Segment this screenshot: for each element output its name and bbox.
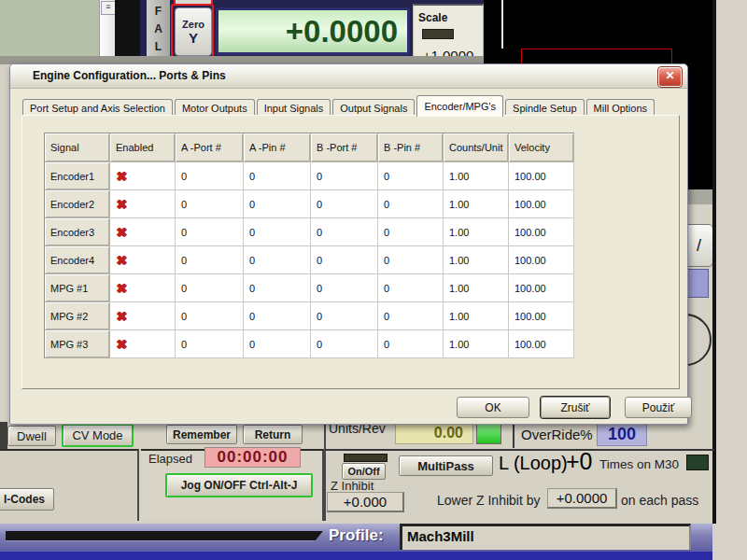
axis-letter: A [147,21,170,38]
value-cell[interactable]: 0 [311,246,378,274]
jog-onoff-button[interactable]: Jog ON/OFF Ctrl-Alt-J [165,473,313,497]
elapsed-label: Elapsed [148,452,192,466]
tab-encoder-mpg[interactable]: Encoder/MPG's [416,95,503,117]
value-cell[interactable]: 0 [176,302,244,330]
value-cell[interactable]: 1.00 [444,274,509,302]
dialog-titlebar[interactable]: Engine Configuration... Ports & Pins ✕ [10,64,687,89]
enabled-cell[interactable]: ✖ [110,246,176,274]
value-cell[interactable]: 0 [244,274,311,302]
value-cell[interactable]: 0 [176,162,244,190]
encoder-signal-table: SignalEnabledA -Port #A -Pin #B -Port #B… [44,133,574,358]
signal-name-cell: MPG #1 [45,274,110,302]
value-cell[interactable]: 1.00 [444,190,509,218]
loop-count-dro[interactable]: +0 [566,448,593,475]
value-cell[interactable]: 100.00 [509,330,574,358]
remember-button[interactable]: Remember [166,425,237,444]
value-cell[interactable]: 100.00 [509,190,574,218]
enabled-cell[interactable]: ✖ [110,190,176,218]
close-icon[interactable]: ✕ [658,67,682,87]
disabled-x-icon[interactable]: ✖ [116,253,127,268]
value-cell[interactable]: 0 [176,274,244,302]
value-cell[interactable]: 0 [176,246,244,274]
multipass-button[interactable]: MultiPass [399,455,493,476]
override-dro[interactable]: 100 [597,422,647,446]
enabled-cell[interactable]: ✖ [110,302,176,330]
value-cell[interactable]: 0 [176,190,244,218]
return-button[interactable]: Return [243,425,303,444]
apply-button[interactable]: Použiť [625,397,692,418]
enabled-cell[interactable]: ✖ [110,274,176,302]
scale-led [422,29,454,39]
onoff-led [344,454,388,462]
cancel-button[interactable]: Zrušiť [541,397,610,418]
value-cell[interactable]: 0 [378,330,444,358]
value-cell[interactable]: 0 [378,274,444,302]
value-cell[interactable]: 1.00 [444,330,509,358]
ok-button[interactable]: OK [457,397,529,418]
value-cell[interactable]: 0 [378,218,444,246]
enabled-cell[interactable]: ✖ [110,162,176,190]
value-cell[interactable]: 1.00 [444,246,509,274]
value-cell[interactable]: 100.00 [509,162,574,190]
value-cell[interactable]: 0 [244,330,311,358]
value-cell[interactable]: 0 [244,302,311,330]
left-green-panel [0,0,99,58]
times-on-m30-label: Times on M30 [599,457,679,471]
codes-button[interactable]: l-Codes [0,488,54,511]
disabled-x-icon[interactable]: ✖ [116,337,127,352]
column-header: Signal [45,133,110,162]
value-cell[interactable]: 0 [378,162,444,190]
left-dark-sliver [0,422,7,449]
value-cell[interactable]: 0 [378,246,444,274]
value-cell[interactable]: 0 [311,218,378,246]
elapsed-timer: 00:00:00 [204,447,301,468]
value-cell[interactable]: 0 [311,330,378,358]
dialog-title: Engine Configuration... Ports & Pins [33,64,226,88]
dialog-tabbar: Port Setup and Axis Selection Motor Outp… [22,95,676,117]
value-cell[interactable]: 0 [311,190,378,218]
lower-z-suffix: on each pass [621,493,698,508]
value-cell[interactable]: 0 [378,190,444,218]
mach3-screen: ≡ F A L Zero Y +0.0000 Scale +1.0000 / D… [0,0,747,560]
value-cell[interactable]: 0 [311,302,378,330]
value-cell[interactable]: 100.00 [509,218,574,246]
value-cell[interactable]: 1.00 [444,162,509,190]
black-divider-strip [115,0,140,58]
scrollbar-menu-icon[interactable]: ≡ [101,1,116,15]
cv-mode-button[interactable]: CV Mode [62,424,134,447]
jog-mode-button[interactable]: / [684,224,713,267]
value-cell[interactable]: 0 [176,330,244,358]
value-cell[interactable]: 1.00 [444,302,509,330]
disabled-x-icon[interactable]: ✖ [116,225,127,240]
value-cell[interactable]: 100.00 [509,274,574,302]
value-cell[interactable]: 1.00 [444,218,509,246]
value-cell[interactable]: 0 [176,218,244,246]
column-header: Counts/Unit [444,133,509,162]
override-label: OverRide% [521,427,593,442]
value-cell[interactable]: 0 [378,302,444,330]
y-axis-dro[interactable]: +0.0000 [216,7,410,55]
value-cell[interactable]: 0 [244,162,311,190]
disabled-x-icon[interactable]: ✖ [116,309,127,324]
value-cell[interactable]: 0 [244,190,311,218]
profile-value-box[interactable]: Mach3Mill [400,524,691,550]
value-cell[interactable]: 0 [311,274,378,302]
value-cell[interactable]: 100.00 [509,302,574,330]
enabled-cell[interactable]: ✖ [110,218,176,246]
value-cell[interactable]: 0 [244,246,311,274]
scrollbar[interactable]: ≡ [99,0,115,58]
dwell-button[interactable]: Dwell [7,426,56,446]
zero-y-button[interactable]: Zero Y [175,7,212,56]
disabled-x-icon[interactable]: ✖ [116,169,127,184]
disabled-x-icon[interactable]: ✖ [116,197,127,212]
enabled-cell[interactable]: ✖ [110,330,176,358]
z-inhibit-dro[interactable]: +0.000 [327,492,404,512]
value-cell[interactable]: 0 [244,218,311,246]
spindle-onoff-button[interactable]: On/Off [342,463,386,480]
lower-z-inhibit-label: Lower Z Inhibit by [437,493,541,508]
value-cell[interactable]: 0 [311,162,378,190]
disabled-x-icon[interactable]: ✖ [116,281,127,296]
lower-z-inhibit-dro[interactable]: +0.0000 [547,488,617,509]
units-rev-dro[interactable]: 0.00 [395,422,473,444]
value-cell[interactable]: 100.00 [509,246,574,274]
